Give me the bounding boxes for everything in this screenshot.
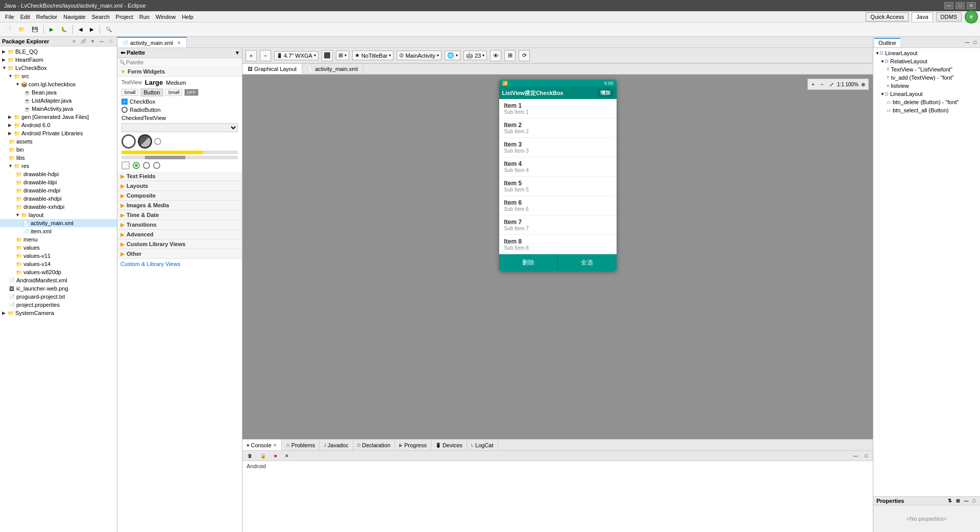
quick-access-button[interactable]: Quick Access bbox=[866, 12, 909, 21]
zoom-in-canvas-button[interactable]: + bbox=[809, 80, 817, 88]
menu-file[interactable]: File bbox=[2, 13, 17, 21]
tree-item-item-xml[interactable]: 📄 item.xml bbox=[0, 227, 117, 235]
ddms-perspective-tab[interactable]: DDMS bbox=[936, 12, 962, 21]
tree-item-bean[interactable]: ☕ Bean.java bbox=[0, 88, 117, 96]
palette-section-transitions-header[interactable]: ▶ Transitions bbox=[117, 220, 242, 230]
console-tab-close[interactable]: ✕ bbox=[273, 443, 277, 448]
maximize-button[interactable]: □ bbox=[955, 2, 965, 9]
tree-item-ic-launcher[interactable]: 🖼 ic_launcher-web.png bbox=[0, 284, 117, 293]
activity-dropdown[interactable]: ⊙ MainActivity ▾ bbox=[397, 51, 442, 60]
console-maximize-button[interactable]: □ bbox=[862, 452, 871, 460]
properties-maximize-button[interactable]: □ bbox=[971, 498, 977, 504]
list-item[interactable]: Item 1 Sub Item 1 bbox=[499, 99, 617, 118]
palette-section-advanced-header[interactable]: ▶ Advanced bbox=[117, 230, 242, 239]
collapse-all-button[interactable]: ≡ bbox=[70, 38, 78, 45]
tree-item-gen[interactable]: ▶ 📁 gen [Generated Java Files] bbox=[0, 113, 117, 121]
menu-edit[interactable]: Edit bbox=[17, 13, 33, 21]
outline-item-listview[interactable]: ≡ listview bbox=[874, 82, 979, 90]
properties-filter-button[interactable]: ⊞ bbox=[954, 498, 962, 504]
outline-item-relativelayout[interactable]: ▼ ⊡ RelativeLayout bbox=[874, 57, 979, 65]
zoom-in-button[interactable]: + bbox=[246, 50, 257, 61]
outline-item-btn-delete[interactable]: ▭ btn_delete (Button) - "font" bbox=[874, 98, 979, 106]
locale-dropdown[interactable]: 🌐 ▾ bbox=[445, 51, 460, 60]
palette-menu-button[interactable]: ▾ bbox=[236, 50, 239, 56]
list-item[interactable]: Item 4 Sub Item 4 bbox=[499, 157, 617, 177]
menu-window[interactable]: Window bbox=[153, 13, 179, 21]
outline-item-linearlayout-2[interactable]: ▼ ⊡ LinearLayout bbox=[874, 90, 979, 98]
minimize-button[interactable]: — bbox=[944, 2, 953, 9]
custom-library-views-link[interactable]: Custom & Library Views bbox=[117, 259, 242, 269]
tree-item-values-v11[interactable]: 📁 values-v11 bbox=[0, 252, 117, 260]
tree-item-res[interactable]: ▼ 📁 res bbox=[0, 162, 117, 170]
console-tab[interactable]: ■ Console ✕ bbox=[242, 440, 282, 450]
devices-tab[interactable]: 📱 Devices bbox=[431, 440, 467, 450]
logcat-tab[interactable]: L LogCat bbox=[467, 440, 498, 450]
tree-item-listadapter[interactable]: ☕ ListAdapter.java bbox=[0, 96, 117, 105]
outline-maximize-button[interactable]: □ bbox=[972, 39, 978, 45]
tree-item-mainactivity[interactable]: ☕ MainActivity.java bbox=[0, 105, 117, 113]
tree-item-bin[interactable]: 📁 bin bbox=[0, 146, 117, 154]
tree-item-src[interactable]: ▼ 📁 src bbox=[0, 72, 117, 80]
medium-text-widget[interactable]: Medium bbox=[166, 80, 186, 86]
tree-item-drawable-xxhdpi[interactable]: 📁 drawable-xxhdpi bbox=[0, 203, 117, 211]
open-button[interactable]: 📁 bbox=[15, 25, 28, 34]
list-item[interactable]: Item 3 Sub Item 3 bbox=[499, 138, 617, 157]
tree-item-layout[interactable]: ▼ 📁 layout bbox=[0, 211, 117, 219]
menu-navigate[interactable]: Navigate bbox=[60, 13, 88, 21]
tree-item-values-v14[interactable]: 📁 values-v14 bbox=[0, 260, 117, 268]
minimize-panel-button[interactable]: — bbox=[97, 38, 106, 45]
next-button[interactable]: ▶ bbox=[87, 25, 97, 34]
properties-sort-button[interactable]: ⇅ bbox=[946, 498, 953, 504]
phone-select-all-button[interactable]: 全选 bbox=[557, 254, 617, 271]
menu-search[interactable]: Search bbox=[89, 13, 113, 21]
maximize-panel-button[interactable]: □ bbox=[107, 38, 115, 45]
tree-item-android-private[interactable]: ▶ 📁 Android Private Libraries bbox=[0, 129, 117, 137]
tab-close-button[interactable]: ✕ bbox=[177, 40, 181, 45]
outline-item-btn-select-all[interactable]: ▭ btn_select_all (Button) bbox=[874, 106, 979, 114]
large-text-widget[interactable]: Large bbox=[145, 79, 163, 86]
view-options-button[interactable]: 👁 bbox=[490, 50, 501, 61]
layout-dropdown[interactable]: ⊞ ▾ bbox=[336, 51, 349, 60]
tree-item-android6[interactable]: ▶ 📁 Android 6.0 bbox=[0, 121, 117, 129]
palette-search-input[interactable] bbox=[126, 59, 240, 65]
device-dropdown[interactable]: 📱 4.7" WXGA ▾ bbox=[274, 51, 318, 60]
small-button-widget[interactable]: Small bbox=[121, 89, 138, 96]
zoom-out-button[interactable]: − bbox=[260, 50, 271, 61]
list-item[interactable]: Item 2 Sub Item 2 bbox=[499, 118, 617, 138]
tree-item-systemcamera[interactable]: ▶ 📁 SystemCamera bbox=[0, 309, 117, 317]
zoom-reset-button[interactable]: ⊕ bbox=[859, 80, 867, 88]
window-controls[interactable]: — □ ✕ bbox=[944, 2, 976, 9]
tree-item-project-properties[interactable]: 📄 project.properties bbox=[0, 301, 117, 309]
list-item[interactable]: Item 6 Sub Item 6 bbox=[499, 196, 617, 215]
tree-item-proguard[interactable]: 📄 proguard-project.txt bbox=[0, 293, 117, 301]
editor-tab-activity-main[interactable]: 📄 activity_main.xml ✕ bbox=[117, 37, 187, 47]
debug-button[interactable]: 🐛 bbox=[58, 25, 70, 34]
palette-section-images-media-header[interactable]: ▶ Images & Media bbox=[117, 201, 242, 210]
palette-section-layouts-header[interactable]: ▶ Layouts bbox=[117, 181, 242, 191]
menu-help[interactable]: Help bbox=[179, 13, 197, 21]
layout-direction-button[interactable]: ⬛ bbox=[322, 50, 333, 61]
properties-minimize-button[interactable]: — bbox=[963, 498, 970, 504]
panel-menu-button[interactable]: ▾ bbox=[88, 38, 96, 45]
api-dropdown[interactable]: 🤖 23 ▾ bbox=[463, 51, 487, 60]
tree-item-drawable-mdpi[interactable]: 📁 drawable-mdpi bbox=[0, 186, 117, 195]
save-button[interactable]: 💾 bbox=[29, 25, 41, 34]
zoom-out-canvas-button[interactable]: − bbox=[818, 80, 826, 88]
tree-item-activity-main-xml[interactable]: 📄 activity_main.xml bbox=[0, 219, 117, 227]
run-button[interactable]: ▶ bbox=[46, 25, 57, 34]
checkbox-widget-row[interactable]: ✓ CheckBox bbox=[117, 98, 242, 106]
phone-add-button[interactable]: 增加 bbox=[597, 89, 614, 97]
phone-delete-button[interactable]: 删除 bbox=[499, 254, 558, 271]
toggle-off-widget[interactable]: OFF bbox=[184, 89, 199, 96]
outline-tab[interactable]: Outline bbox=[874, 38, 900, 47]
tree-item-menu[interactable]: 📁 menu bbox=[0, 235, 117, 244]
declaration-tab[interactable]: D Declaration bbox=[353, 440, 395, 450]
tree-item-values-w820dp[interactable]: 📁 values-w820dp bbox=[0, 268, 117, 276]
palette-section-text-fields-header[interactable]: ▶ Text Fields bbox=[117, 172, 242, 181]
xml-tab[interactable]: 📄 activity_main.xml bbox=[302, 64, 363, 74]
outline-minimize-button[interactable]: — bbox=[964, 39, 971, 45]
radiobutton-widget-row[interactable]: RadioButton bbox=[117, 106, 242, 114]
remove-launch-button[interactable]: ✕ bbox=[282, 452, 292, 460]
menu-refactor[interactable]: Refactor bbox=[33, 13, 61, 21]
progress-tab[interactable]: ▶ Progress bbox=[395, 440, 431, 450]
